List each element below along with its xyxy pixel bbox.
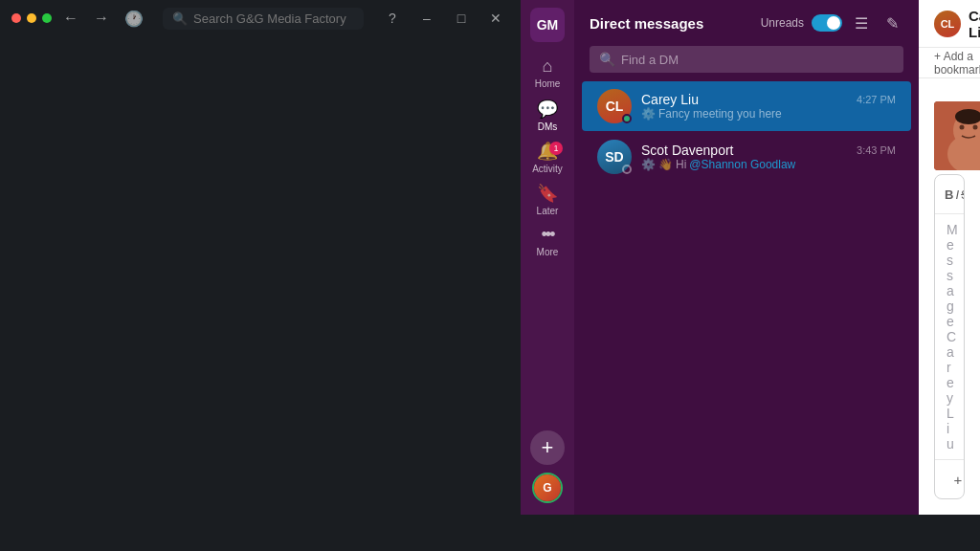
titlebar-right: ? – □ ✕ — [379, 5, 509, 32]
rail-item-later[interactable]: 🔖 Later — [528, 180, 567, 218]
more-label: More — [537, 247, 559, 257]
global-search-input[interactable] — [193, 11, 354, 26]
input-actions-left: + Aa 😊 @ 📹 🎤 ⚡ — [945, 466, 965, 493]
unreads-label: Unreads — [761, 16, 804, 30]
help-button[interactable]: ? — [379, 5, 406, 32]
channel-title[interactable]: Carey Liu ⌄ — [969, 8, 980, 40]
close-button[interactable]: ✕ — [482, 5, 509, 32]
profile-photo — [934, 101, 980, 170]
main-content: CL Carey Liu ⌄ 🎧 ⌄ 🖊️ Canvas + Add a boo… — [919, 0, 980, 515]
profile-face-svg — [934, 101, 980, 170]
message-input-area: B I S 🔗 ≡ ⁝ □ </> ⤵ Message Carey Liu + … — [934, 174, 965, 499]
unreads-toggle[interactable] — [812, 14, 842, 32]
sidebar-header: Direct messages Unreads ☰ ✎ — [574, 0, 919, 42]
compose-icon[interactable]: ✎ — [880, 11, 903, 34]
bookmark-bar: + Add a bookmark — [919, 48, 980, 78]
scot-name-row: Scot Davenport 3:43 PM — [641, 143, 896, 158]
home-icon: ⌂ — [543, 56, 553, 77]
sidebar: Direct messages Unreads ☰ ✎ 🔍 CL Carey L… — [574, 0, 919, 515]
scot-status-dot — [622, 165, 632, 174]
messages-area: Carey Liu ⚥ Office Manager This conversa… — [919, 78, 980, 174]
scot-preview: ⚙️ 👋 Hi @Shannon Goodlaw — [641, 158, 896, 171]
carey-preview-text: Fancy meeting you here — [658, 107, 782, 121]
add-workspace-button[interactable]: + — [530, 430, 565, 465]
minimize-control[interactable] — [27, 13, 36, 23]
sidebar-title: Direct messages — [590, 15, 703, 32]
window-controls — [11, 13, 52, 23]
strikethrough-icon: S — [961, 187, 965, 202]
global-search-bar[interactable]: 🔍 — [163, 8, 364, 30]
sidebar-controls: Unreads ☰ ✎ — [761, 11, 903, 34]
carey-preview-icon: ⚙️ — [641, 107, 656, 121]
carey-name-row: Carey Liu 4:27 PM — [641, 92, 896, 107]
search-dm-icon: 🔍 — [599, 52, 615, 67]
forward-button[interactable]: → — [90, 10, 113, 27]
later-label: Later — [537, 206, 559, 216]
titlebar: ← → 🕐 🔍 ? – □ ✕ — [0, 0, 521, 36]
scot-preview-emoji: 👋 — [658, 158, 673, 171]
carey-name: Carey Liu — [641, 92, 699, 107]
svg-point-3 — [960, 125, 965, 130]
dm-list: CL Carey Liu 4:27 PM ⚙️ Fancy meeting yo… — [574, 80, 919, 515]
channel-header-face: CL — [934, 11, 961, 37]
find-dm-search[interactable]: 🔍 — [590, 46, 903, 73]
carey-dm-info: Carey Liu 4:27 PM ⚙️ Fancy meeting you h… — [641, 92, 896, 121]
find-dm-input[interactable] — [621, 53, 894, 67]
dm-item-scot-davenport[interactable]: SD Scot Davenport 3:43 PM ⚙️ 👋 Hi @Shann… — [582, 132, 911, 182]
home-label: Home — [535, 78, 561, 89]
later-icon: 🔖 — [537, 183, 558, 204]
dm-item-carey-liu[interactable]: CL Carey Liu 4:27 PM ⚙️ Fancy meeting yo… — [582, 81, 911, 131]
user-avatar[interactable]: G — [532, 473, 563, 503]
profile-photo-img — [934, 101, 980, 170]
icon-rail: GM ⌂ Home 💬 DMs 🔔 Activity 1 🔖 Later •••… — [521, 0, 574, 515]
rail-item-dms[interactable]: 💬 DMs — [528, 96, 567, 134]
strikethrough-button[interactable]: S — [961, 181, 965, 208]
bold-button[interactable]: B — [945, 181, 953, 208]
message-input[interactable]: Message Carey Liu — [935, 214, 964, 459]
channel-header-avatar: CL — [934, 11, 961, 37]
profile-card: Carey Liu ⚥ Office Manager — [934, 94, 965, 174]
rail-item-activity[interactable]: 🔔 Activity 1 — [528, 138, 567, 176]
close-control[interactable] — [11, 13, 21, 23]
search-icon: 🔍 — [172, 11, 188, 26]
input-bottom-bar: + Aa 😊 @ 📹 🎤 ⚡ ► ⌄ — [935, 459, 964, 498]
bold-icon: B — [945, 187, 953, 202]
italic-icon: I — [955, 187, 959, 202]
history-button[interactable]: 🕐 — [121, 10, 147, 28]
italic-button[interactable]: I — [955, 181, 959, 208]
svg-point-4 — [973, 125, 978, 130]
fullscreen-button[interactable]: □ — [448, 5, 475, 32]
activity-label: Activity — [532, 164, 563, 174]
scot-preview-hi: Hi — [676, 158, 686, 171]
scot-preview-mention: @Shannon Goodlaw — [689, 158, 795, 171]
minimize-button[interactable]: – — [413, 5, 440, 32]
attach-button[interactable]: + — [945, 466, 965, 493]
dms-label: DMs — [538, 121, 558, 132]
dms-icon: 💬 — [537, 99, 558, 120]
activity-badge: 1 — [549, 142, 563, 155]
carey-avatar-wrap: CL — [597, 89, 632, 123]
add-bookmark-label: + Add a bookmark — [934, 50, 980, 77]
scot-name: Scot Davenport — [641, 143, 734, 158]
scot-avatar-wrap: SD — [597, 140, 632, 174]
rail-item-more[interactable]: ••• More — [528, 222, 567, 260]
filter-icon[interactable]: ☰ — [850, 11, 873, 34]
message-placeholder: Message Carey Liu — [947, 222, 958, 452]
formatting-toolbar: B I S 🔗 ≡ ⁝ □ </> ⤵ — [935, 175, 964, 214]
scot-time: 3:43 PM — [857, 144, 896, 156]
scot-preview-icon: ⚙️ — [641, 158, 656, 171]
plus-icon: + — [954, 472, 963, 488]
channel-name: Carey Liu — [969, 8, 980, 40]
back-button[interactable]: ← — [59, 10, 82, 27]
rail-item-home[interactable]: ⌂ Home — [528, 54, 567, 92]
more-icon: ••• — [542, 225, 554, 245]
channel-header: CL Carey Liu ⌄ 🎧 ⌄ 🖊️ Canvas — [919, 0, 980, 48]
rail-bottom: + G — [530, 430, 565, 515]
scot-dm-info: Scot Davenport 3:43 PM ⚙️ 👋 Hi @Shannon … — [641, 143, 896, 171]
maximize-control[interactable] — [42, 13, 52, 23]
carey-status-dot — [622, 114, 632, 123]
carey-preview: ⚙️ Fancy meeting you here — [641, 107, 896, 121]
carey-time: 4:27 PM — [857, 94, 896, 105]
workspace-avatar[interactable]: GM — [530, 8, 565, 42]
add-bookmark-button[interactable]: + Add a bookmark — [934, 50, 980, 77]
